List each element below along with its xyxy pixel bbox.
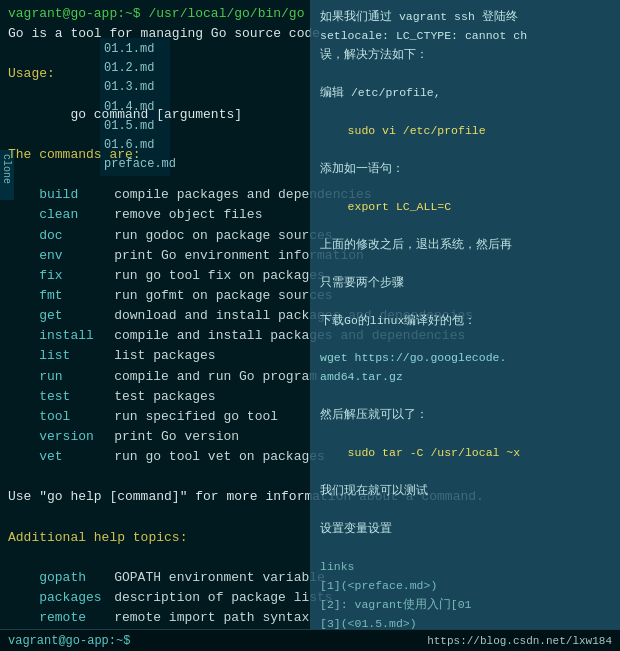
command-run: runcompile and run Go program [8,367,612,387]
command-fix: fixrun go tool fix on packages [8,266,612,286]
blank-line [8,125,612,145]
blank-line [8,467,612,487]
bottom-prompt: vagrant@go-app:~$ [8,634,130,648]
terminal-output: vagrant@go-app:~$ /usr/local/go/bin/go G… [0,0,620,651]
commands-label: The commands are: [8,145,612,165]
help-command-line: Use "go help [command]" for more informa… [8,487,612,507]
topic-gopath: gopathGOPATH environment variable [8,568,612,588]
blank-line [8,548,612,568]
commands-list: buildcompile packages and dependencies c… [8,185,612,467]
usage-label: Usage: [8,64,612,84]
topic-remote: remoteremote import path syntax [8,608,612,628]
command-doc: docrun godoc on package sources [8,226,612,246]
command-list: listlist packages [8,346,612,366]
blank-line [8,44,612,64]
command-env: envprint Go environment information [8,246,612,266]
command-build: buildcompile packages and dependencies [8,185,612,205]
command-install: installcompile and install packages and … [8,326,612,346]
command-test: testtest packages [8,387,612,407]
usage-command: go command [arguments] [8,105,612,125]
prompt-line-1: vagrant@go-app:~$ /usr/local/go/bin/go [8,4,612,24]
blank-line [8,508,612,528]
command-vet: vetrun go tool vet on packages [8,447,612,467]
blank-line [8,165,612,185]
topic-packages: packagesdescription of package lists [8,588,612,608]
go-description: Go is a tool for managing Go source code… [8,24,612,44]
command-version: versionprint Go version [8,427,612,447]
blank-line [8,85,612,105]
command-tool: toolrun specified go tool [8,407,612,427]
terminal-window: 01.1.md 01.2.md 01.3.md 01.4.md 01.5.md … [0,0,620,651]
command-get: getdownload and install packages and dep… [8,306,612,326]
additional-label: Additional help topics: [8,528,612,548]
bottom-bar: vagrant@go-app:~$ https://blog.csdn.net/… [0,629,620,651]
command-clean: cleanremove object files [8,205,612,225]
command-fmt: fmtrun gofmt on package sources [8,286,612,306]
bottom-url: https://blog.csdn.net/lxw184 [427,635,612,647]
